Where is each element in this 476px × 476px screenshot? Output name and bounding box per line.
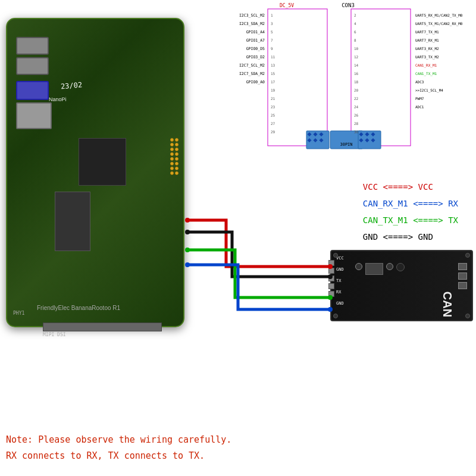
capacitor-1 xyxy=(355,263,362,270)
tx-pin-label: TX xyxy=(336,278,344,283)
gpio-pin xyxy=(175,162,178,165)
svg-text:30: 30 xyxy=(354,130,359,134)
svg-text:20: 20 xyxy=(354,88,359,92)
svg-point-72 xyxy=(185,248,190,252)
date-label: 23/02 xyxy=(60,80,82,90)
gnd-arrow: <====> xyxy=(383,232,418,242)
gpio-pin xyxy=(175,152,178,156)
vcc-left: VCC xyxy=(363,182,378,192)
screw-hole-tr xyxy=(465,253,470,258)
svg-text:GPIO1_A7: GPIO1_A7 xyxy=(246,38,265,43)
gpio-pin xyxy=(170,138,174,142)
usb-port-3 xyxy=(16,81,49,100)
vcc-connection-label: VCC <====> VCC xyxy=(363,178,458,195)
svg-text:30PIN: 30PIN xyxy=(340,142,352,147)
can-pin-vcc xyxy=(328,260,334,266)
svg-text:GPIO3_D2: GPIO3_D2 xyxy=(246,55,265,60)
svg-text:10: 10 xyxy=(354,46,359,51)
svg-text:26: 26 xyxy=(354,113,359,117)
rx-connection-label: CAN_RX_M1 <====> RX xyxy=(363,195,458,212)
can-pin-gnd xyxy=(328,268,334,274)
schematic-svg: CON3 DC_5V I2C3_SCL_M2 I2C3_SDA_M2 GPIO1… xyxy=(220,0,476,173)
svg-text:ADC3: ADC3 xyxy=(415,80,424,84)
gpio-pin xyxy=(170,143,174,146)
svg-text:3: 3 xyxy=(271,21,273,26)
gpio-pin xyxy=(175,138,178,142)
svg-text:22: 22 xyxy=(354,96,359,101)
svg-text:18: 18 xyxy=(354,80,359,84)
svg-text:I2C7_SCL_M2: I2C7_SCL_M2 xyxy=(239,63,265,68)
schematic-title: CON3 xyxy=(342,2,355,8)
svg-text:5: 5 xyxy=(271,30,273,34)
ic-chip xyxy=(365,263,383,275)
rx-arrow: <====> xyxy=(413,199,448,208)
svg-text:I2C7_SDA_M2: I2C7_SDA_M2 xyxy=(239,71,265,76)
svg-text:16: 16 xyxy=(354,71,359,76)
can-pin-labels: VCC GND TX RX GND xyxy=(336,256,344,306)
svg-text:I2C3_SCL_M2: I2C3_SCL_M2 xyxy=(239,13,265,18)
gpio-pin xyxy=(170,157,174,161)
gpio-pin xyxy=(175,148,178,151)
capacitor-2 xyxy=(386,263,393,270)
can-module-inner: VCC GND TX RX GND CAN xyxy=(331,251,472,320)
gnd-pin-label: GND xyxy=(336,267,344,272)
svg-text:GPIO0_A0: GPIO0_A0 xyxy=(246,80,265,84)
phy-label: PHY1 xyxy=(13,311,24,316)
ethernet-port xyxy=(16,102,52,129)
svg-text:GPIO0_D5: GPIO0_D5 xyxy=(246,46,265,51)
svg-text:>>I2C1_SCL_M4: >>I2C1_SCL_M4 xyxy=(415,88,443,93)
svg-text:15: 15 xyxy=(271,71,275,76)
connection-labels: VCC <====> VCC CAN_RX_M1 <====> RX CAN_T… xyxy=(363,178,458,245)
svg-text:ADC1: ADC1 xyxy=(415,105,424,109)
vcc-right: VCC xyxy=(418,182,433,192)
tx-connection-label: CAN_TX_M1 <====> TX xyxy=(363,212,458,228)
gpio-pin xyxy=(170,152,174,156)
gpio-pin xyxy=(175,171,178,175)
usb-port-1 xyxy=(16,37,49,55)
svg-point-71 xyxy=(185,230,190,234)
gpio-pin xyxy=(175,157,178,161)
usb-port-2 xyxy=(16,57,49,75)
gpio-pins xyxy=(170,138,178,175)
gnd-right: GND xyxy=(418,232,433,242)
note-line-1: Note: Please observe the wiring carefull… xyxy=(6,432,470,448)
svg-text:UART3_TX_M2: UART3_TX_M2 xyxy=(415,55,439,60)
can-pin-tx xyxy=(328,275,334,281)
gnd2-pin-label: GND xyxy=(336,301,344,306)
svg-text:11: 11 xyxy=(271,55,275,59)
can-components xyxy=(355,263,405,275)
svg-text:GPIO1_A4: GPIO1_A4 xyxy=(246,30,265,35)
svg-text:UART7_RX_M1: UART7_RX_M1 xyxy=(415,38,439,43)
screw-hole-br xyxy=(465,314,470,318)
gpio-pin xyxy=(175,143,178,146)
board-pcb: 23/02 NanoPi xyxy=(6,18,184,327)
svg-text:25: 25 xyxy=(271,113,275,117)
svg-text:27: 27 xyxy=(271,121,275,126)
small-chip xyxy=(55,192,90,251)
svg-text:1: 1 xyxy=(271,13,273,17)
gpio-pin xyxy=(170,167,174,170)
usb-ports xyxy=(16,37,49,100)
vcc-arrow: <====> xyxy=(383,182,418,192)
svg-text:PWM7: PWM7 xyxy=(415,96,424,101)
svg-text:21: 21 xyxy=(271,96,275,101)
gpio-pin xyxy=(170,171,174,175)
svg-text:14: 14 xyxy=(354,63,359,67)
svg-point-70 xyxy=(185,218,190,223)
terminal-1 xyxy=(458,263,467,270)
svg-point-73 xyxy=(185,262,190,267)
svg-text:29: 29 xyxy=(271,130,275,134)
schematic-area: CON3 DC_5V I2C3_SCL_M2 I2C3_SDA_M2 GPIO1… xyxy=(220,0,476,173)
tx-arrow: <====> xyxy=(413,215,448,225)
svg-text:DC_5V: DC_5V xyxy=(280,3,294,8)
svg-text:23: 23 xyxy=(271,105,275,109)
gnd-connection-label: GND <====> GND xyxy=(363,228,458,245)
mipi-dsi-connector xyxy=(43,322,162,331)
svg-text:UART3_RX_M2: UART3_RX_M2 xyxy=(415,46,439,51)
gpio-pin xyxy=(170,148,174,151)
gpio-pin xyxy=(170,162,174,165)
can-pin-rx xyxy=(328,283,334,289)
svg-text:19: 19 xyxy=(271,88,275,92)
tx-left: CAN_TX_M1 xyxy=(363,215,408,225)
terminal-2 xyxy=(458,273,467,280)
